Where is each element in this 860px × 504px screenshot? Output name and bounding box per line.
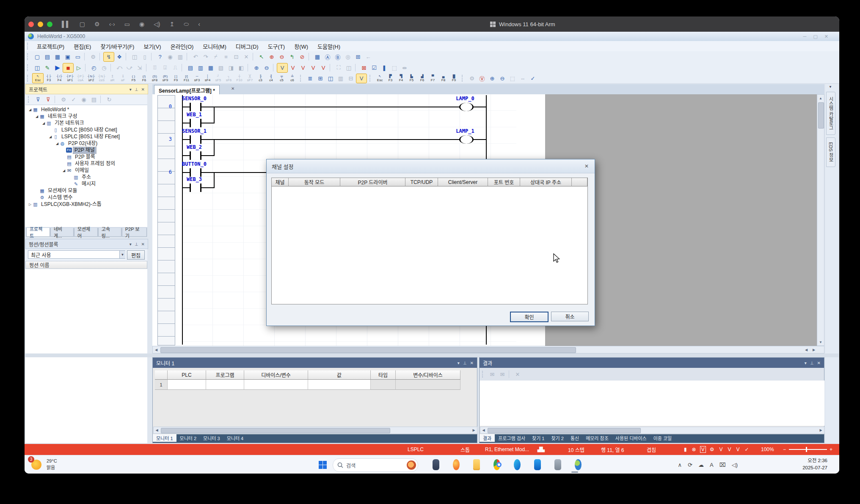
menu-item[interactable]: 디버그(D) [231, 42, 263, 50]
menu-item[interactable]: 도움말(H) [313, 42, 345, 50]
monitor-column-header[interactable]: 값 [308, 370, 371, 380]
pin-icon[interactable]: ⊥ [135, 242, 138, 247]
strip-chevron-icon[interactable]: ▼ [829, 85, 832, 89]
result-tab[interactable]: 통신 [567, 434, 582, 442]
maximize-button[interactable]: ▢ [813, 34, 817, 39]
menu-item[interactable]: 프로젝트(P) [32, 42, 69, 50]
menu-item[interactable]: 도구(T) [263, 42, 290, 50]
edge-icon[interactable] [507, 458, 521, 471]
contact[interactable] [190, 151, 201, 160]
tree-item[interactable]: ▤ 사용자 프레임 정의 [25, 160, 147, 167]
result-panel-header[interactable]: 결과 ▾ ⊥ ✕ [480, 358, 824, 368]
monitor-panel-header[interactable]: 모니터 1 ▾ ⊥ ✕ [153, 358, 477, 368]
search-box[interactable]: 검색 [333, 458, 418, 472]
cloud-off-icon[interactable]: ☁ [698, 462, 704, 468]
dock-tab[interactable]: 네비게... [50, 228, 74, 237]
grid-column-header[interactable]: 포트 번호 [488, 178, 520, 186]
check-icon[interactable]: ✓ [744, 446, 750, 452]
tree-item[interactable]: ⚙ 시스템 변수 [25, 194, 147, 201]
tab-close-icon[interactable]: ✕ [231, 86, 234, 91]
dock-tab[interactable]: P2P 보기 [122, 228, 147, 237]
tree-item[interactable]: ◢ ◍ P2P 02(내장) [25, 140, 147, 147]
menu-item[interactable]: 보기(V) [139, 42, 165, 50]
v2-icon[interactable]: V [727, 446, 732, 452]
hscroll-thumb[interactable] [160, 347, 576, 353]
tree-item[interactable]: ▷ ▥ LSPLC(XGB-XBMH2)-스톱 [25, 201, 147, 208]
monitor-cell[interactable] [168, 380, 206, 390]
snapshot-icon[interactable]: ▢ [80, 21, 85, 28]
side-tab[interactable]: 시스템 카탈로그 [826, 92, 835, 135]
ladder-symbol-button[interactable]: (R)sF9 [160, 74, 171, 83]
fb-symbol-button[interactable]: ↖Esc [375, 74, 385, 83]
monitor-tab[interactable]: 모니터 3 [200, 434, 223, 442]
grid-column-header[interactable] [572, 178, 587, 186]
ladder-symbol-button[interactable]: [/]F11 [181, 74, 192, 83]
close-icon[interactable]: ✕ [141, 242, 145, 247]
monitor-cell[interactable] [308, 380, 371, 390]
fb-symbol-button[interactable]: ▛F3 [385, 74, 396, 83]
contact-label[interactable]: WEB_2 [187, 144, 202, 150]
tree-item[interactable]: ◢ ▯ LSPLC [B0S1 내장 FEnet] [25, 133, 147, 140]
tree-item[interactable]: ✎ 메시지 [25, 181, 147, 187]
zoom-slider-handle[interactable] [806, 447, 807, 452]
ladder-symbol-button[interactable]: ╟c3 [255, 74, 266, 83]
zoom-in-button[interactable]: + [830, 444, 832, 455]
vscroll-thumb[interactable] [818, 102, 824, 129]
fb-symbol-button[interactable]: ▟F6 [417, 74, 427, 83]
coil[interactable] [459, 103, 474, 111]
side-tab[interactable]: EDS 정보 [826, 137, 835, 167]
monitor-column-header[interactable]: 타입 [371, 370, 396, 380]
start-button[interactable] [316, 458, 329, 471]
monitor-cell[interactable] [371, 380, 396, 390]
grid-column-header[interactable]: P2P 드라이버 [340, 178, 405, 186]
scroll-up-icon[interactable]: ▲ [817, 95, 824, 101]
scroll-right-icon[interactable]: ▶ [810, 346, 817, 353]
grid-column-header[interactable]: Client/Server [438, 178, 488, 186]
ladder-symbol-button[interactable]: ┤├F3 [44, 74, 54, 83]
chevron-down-icon[interactable]: ▾ [458, 361, 460, 365]
monitor-column-header[interactable] [155, 370, 168, 380]
pin-icon[interactable]: ⊥ [810, 361, 814, 365]
v-gear-icon[interactable]: ⚙ [709, 446, 715, 452]
tree-item[interactable]: ▦ 모션제어 모듈 [25, 187, 147, 194]
ladder-symbol-button[interactable]: ╢c4 [266, 74, 276, 83]
tree-item[interactable]: Fn P2P 채널 [25, 147, 147, 153]
hscroll-thumb[interactable] [488, 428, 641, 433]
fb-symbol-button[interactable]: █F9 [449, 74, 459, 83]
scroll-left-icon[interactable]: ◀ [480, 427, 487, 433]
editor-vscrollbar[interactable]: ▲ ▼ [817, 94, 824, 346]
result-tab[interactable]: 프로그램 검사 [495, 434, 529, 442]
ladder-symbol-button[interactable]: ┤P├csA [75, 74, 86, 83]
close-icon[interactable]: ✕ [817, 361, 821, 365]
ladder-symbol-button[interactable]: (S)sF8 [149, 74, 160, 83]
coil-label[interactable]: LAMP_1 [456, 128, 474, 134]
close-button[interactable]: ✕ [824, 34, 828, 39]
ladder-symbol-button[interactable]: ┤P├sF1 [65, 74, 75, 83]
ladder-symbol-button[interactable]: ┐sF6 [223, 74, 234, 83]
ladder-symbol-button[interactable]: ┤/├F4 [54, 74, 65, 83]
volume-icon[interactable]: ◁) [732, 462, 738, 468]
xg5000-icon[interactable] [568, 458, 582, 471]
contact[interactable] [190, 168, 201, 177]
zoom-out-button[interactable]: − [783, 444, 786, 455]
camera-icon[interactable]: ◉ [139, 21, 144, 28]
contact-label[interactable]: WEB_3 [187, 176, 202, 182]
plug-icon[interactable]: ▮ [683, 446, 688, 452]
fb-symbol-button[interactable]: ▙F5 [406, 74, 417, 83]
monitor-tab[interactable]: 모니터 2 [176, 434, 200, 442]
store-icon[interactable] [527, 458, 541, 471]
menu-item[interactable]: 편집(E) [69, 42, 96, 50]
tree-item[interactable]: ▤ P2P 블록 [25, 153, 147, 160]
firefox-icon[interactable] [446, 458, 460, 471]
dialog-titlebar[interactable]: 채널 설정 [267, 159, 595, 173]
contact-label[interactable]: WEB_1 [187, 112, 202, 118]
ladder-symbol-button[interactable]: ┘sF5 [213, 74, 223, 83]
chevron-down-icon[interactable]: ▾ [130, 87, 132, 92]
contact[interactable] [190, 184, 201, 192]
weather-icon[interactable]: 3 [30, 458, 44, 471]
network-icon[interactable]: ⌧ [719, 462, 726, 468]
tree-item[interactable]: ◢ ▦ 네트워크 구성 [25, 113, 147, 120]
coil-label[interactable]: LAMP_0 [456, 96, 474, 101]
ladder-symbol-button[interactable]: (/)F6 [139, 74, 149, 83]
monitor-cell[interactable] [396, 380, 460, 390]
